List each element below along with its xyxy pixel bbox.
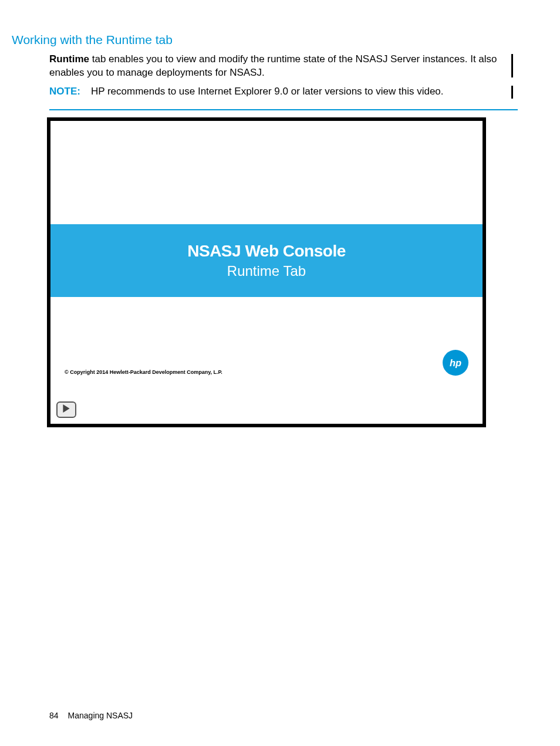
note-text: HP recommends to use Internet Explorer 9… <box>91 86 444 97</box>
page-number: 84 <box>49 711 59 720</box>
intro-bold: Runtime <box>49 53 89 65</box>
section-heading: Working with the Runtime tab <box>12 33 518 47</box>
play-button[interactable] <box>56 401 76 418</box>
video-subtitle: Runtime Tab <box>227 263 306 279</box>
hp-logo-icon: hp <box>443 350 468 376</box>
svg-text:hp: hp <box>450 357 461 368</box>
footer-section: Managing NSASJ <box>68 711 133 720</box>
intro-text: Runtime tab enables you to view and modi… <box>49 53 501 80</box>
divider <box>49 109 518 110</box>
video-banner: NSASJ Web Console Runtime Tab <box>50 224 483 297</box>
note-label: NOTE: <box>49 86 80 97</box>
intro-rest: tab enables you to view and modify the r… <box>49 53 497 78</box>
video-title: NSASJ Web Console <box>187 242 345 261</box>
change-bar <box>511 54 513 77</box>
video-copyright: © Copyright 2014 Hewlett-Packard Develop… <box>65 369 222 375</box>
note-row: NOTE: HP recommends to use Internet Expl… <box>49 86 518 97</box>
play-icon <box>62 404 70 415</box>
video-thumbnail[interactable]: NSASJ Web Console Runtime Tab © Copyrigh… <box>47 117 486 427</box>
change-bar <box>511 86 513 99</box>
page-footer: 84 Managing NSASJ <box>49 711 133 720</box>
svg-marker-1 <box>63 404 69 413</box>
intro-block: Runtime tab enables you to view and modi… <box>49 53 518 80</box>
